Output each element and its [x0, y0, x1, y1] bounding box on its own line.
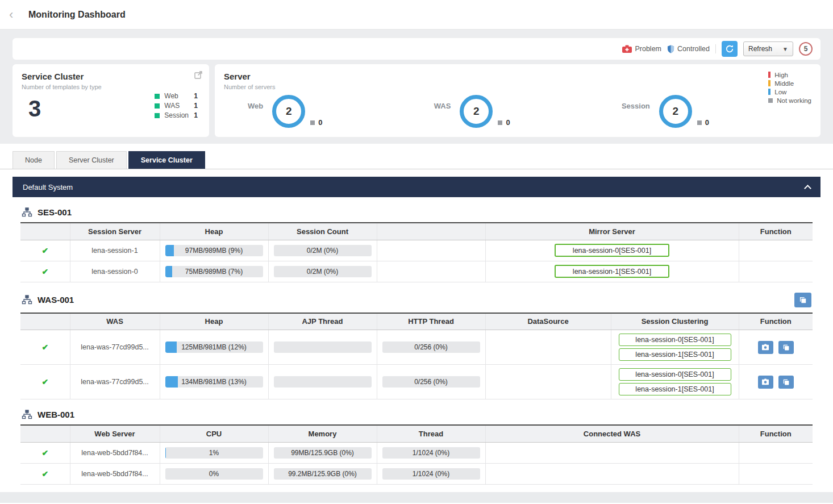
controlled-filter[interactable]: Controlled: [667, 45, 710, 53]
gauge-donut: 2: [659, 95, 692, 128]
col-datasource: DataSource: [485, 313, 611, 330]
session-clustering-button[interactable]: lena-session-0[SES-001]: [619, 368, 731, 381]
service-cluster-card-title: Service Cluster: [22, 72, 200, 81]
legend-item: Middle: [768, 79, 811, 88]
gauge-web: Web 2 0: [248, 95, 322, 128]
cluster-icon: [22, 295, 32, 305]
snapshot-button[interactable]: [758, 376, 773, 389]
low-bar-icon: [768, 89, 770, 95]
memory-pill: 99.2MB/125.9GB (0%): [274, 468, 372, 480]
memory-cell: 99.2MB/125.9GB (0%): [268, 463, 377, 484]
refresh-interval-select[interactable]: Refresh ▼: [743, 41, 793, 56]
status-ok-icon: ✔: [41, 343, 48, 352]
table-header-row: Web Server CPU Memory Thread Connected W…: [20, 425, 813, 442]
server-name-cell: lena-session-0: [70, 261, 160, 282]
legend-item: Not working: [768, 96, 811, 105]
col-function: Function: [739, 425, 813, 442]
function-cell: [739, 240, 813, 261]
ses-section-header: SES-001: [20, 197, 813, 222]
server-name-cell: lena-web-5bdd7f84...: [70, 442, 160, 463]
function-cell: [739, 261, 813, 282]
col-session-count: Session Count: [268, 223, 377, 240]
session-clustering-button[interactable]: lena-session-1[SES-001]: [619, 348, 731, 361]
col-session-clustering: Session Clustering: [611, 313, 739, 330]
col-status: [20, 223, 70, 240]
session-clustering-button[interactable]: lena-session-0[SES-001]: [619, 334, 731, 346]
mirror-server-button[interactable]: lena-session-0[SES-001]: [555, 244, 669, 257]
web-section-header: WEB-001: [20, 399, 813, 424]
view-tabs: Node Server Cluster Service Cluster: [0, 144, 833, 169]
cpu-text: 0%: [165, 468, 263, 480]
datasource-cell: [485, 365, 611, 399]
tab-server-cluster[interactable]: Server Cluster: [56, 151, 127, 169]
thread-dump-button[interactable]: [778, 341, 794, 354]
system-panel-body: SES-001 Session Server Heap Session Coun…: [13, 197, 820, 485]
heap-cell: 134MB/981MB (13%): [160, 365, 268, 399]
col-ajp-thread: AJP Thread: [268, 313, 377, 330]
server-card-subtitle: Number of servers: [224, 84, 811, 90]
legend-square-icon: [155, 113, 160, 118]
thread-pill: 1/1024 (0%): [382, 468, 480, 480]
legend-label: Middle: [774, 80, 794, 87]
col-status: [20, 425, 70, 442]
memory-text: 99.2MB/125.9GB (0%): [274, 468, 372, 480]
session-count-pill: 0/2M (0%): [274, 245, 372, 256]
controlled-label: Controlled: [677, 45, 710, 53]
status-cell: ✔: [20, 463, 70, 484]
col-cpu: CPU: [160, 425, 268, 442]
thread-pill: 1/1024 (0%): [382, 447, 480, 459]
snapshot-button[interactable]: [758, 341, 773, 354]
legend-value: 1: [194, 92, 198, 100]
legend-item: WAS 1: [155, 102, 198, 110]
thread-text: 1/1024 (0%): [382, 447, 480, 459]
session-count-text: 0/2M (0%): [274, 266, 372, 277]
mirror-server-button[interactable]: lena-session-1[SES-001]: [555, 265, 669, 278]
problem-filter[interactable]: Problem: [622, 45, 661, 53]
heap-text: 125MB/981MB (12%): [165, 341, 263, 353]
service-cluster-card-subtitle: Number of templates by type: [22, 84, 200, 90]
template-total-count: 3: [28, 95, 41, 122]
legend-item: Low: [768, 88, 811, 96]
open-detail-icon[interactable]: [194, 71, 202, 79]
collapse-chevron-up-icon[interactable]: [804, 185, 811, 192]
table-header-row: WAS Heap AJP Thread HTTP Thread DataSour…: [20, 313, 813, 330]
ajp-thread-bar: [274, 376, 372, 388]
session-clustering-cell: lena-session-0[SES-001] lena-session-1[S…: [611, 330, 739, 365]
shield-icon: [667, 45, 674, 53]
legend-label: WAS: [164, 102, 194, 110]
heap-bar: 97MB/989MB (9%): [165, 245, 263, 256]
thread-dump-button[interactable]: [778, 376, 794, 389]
legend-label: Not working: [777, 97, 811, 104]
cpu-text: 1%: [165, 447, 263, 459]
gauge-donut: 2: [272, 95, 305, 128]
session-clustering-button[interactable]: lena-session-1[SES-001]: [619, 383, 731, 395]
col-function: Function: [739, 223, 813, 240]
memory-text: 99MB/125.9GB (0%): [274, 447, 372, 459]
server-card-title: Server: [224, 72, 811, 81]
refresh-button[interactable]: [722, 41, 738, 57]
ajp-thread-cell: [268, 330, 377, 365]
server-gauges: Web 2 0 WAS 2 0 Session 2 0: [224, 90, 811, 128]
connected-was-cell: [485, 442, 739, 463]
legend-item: High: [768, 70, 811, 79]
col-connected-was: Connected WAS: [485, 425, 739, 442]
http-thread-text: 0/256 (0%): [382, 341, 480, 353]
table-row: ✔ lena-session-0 75MB/989MB (7%) 0/2M (0…: [20, 261, 813, 282]
status-ok-icon: ✔: [41, 377, 48, 386]
thread-dump-all-button[interactable]: [794, 293, 811, 307]
refresh-icon: [725, 44, 734, 53]
function-cell: [739, 442, 813, 463]
chevron-down-icon: ▼: [782, 46, 788, 52]
page-title: Monitoring Dashboard: [28, 10, 126, 20]
system-panel-header[interactable]: Default System: [13, 177, 820, 197]
legend-label: High: [774, 72, 788, 78]
tab-node[interactable]: Node: [13, 151, 55, 169]
cpu-bar: 1%: [165, 447, 263, 459]
gauge-value: 2: [473, 105, 480, 118]
function-cell: [739, 463, 813, 484]
back-chevron-icon[interactable]: ‹: [9, 9, 19, 21]
overview-section: Problem Controlled Refresh ▼ 5 Service C…: [0, 30, 833, 144]
gauge-label: Session: [622, 102, 650, 128]
tab-service-cluster[interactable]: Service Cluster: [128, 151, 205, 169]
legend-value: 1: [194, 102, 198, 110]
